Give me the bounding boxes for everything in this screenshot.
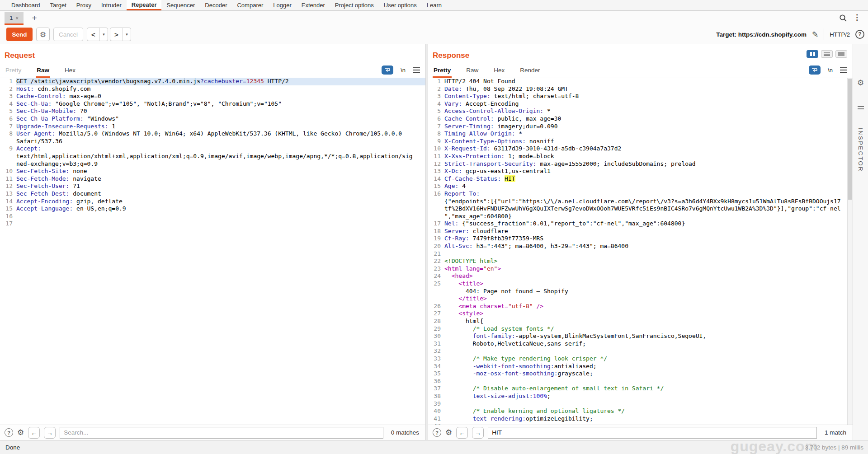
- request-code-line: Safari/537.36: [0, 138, 425, 145]
- tab-raw[interactable]: Raw: [36, 64, 50, 78]
- tab-render[interactable]: Render: [519, 64, 541, 78]
- search-previous-icon[interactable]: ←: [456, 427, 468, 439]
- response-code-line: 40 /* Enable kerning and optional ligatu…: [428, 407, 853, 415]
- toolbar: Send ⚙ Cancel < ▾ > ▾ Target: https://cd…: [0, 25, 868, 44]
- next-request-button[interactable]: > ▾: [110, 28, 131, 41]
- request-code-line: 17: [0, 220, 425, 228]
- search-icon[interactable]: [839, 14, 847, 24]
- menu-item-logger[interactable]: Logger: [268, 0, 296, 10]
- menu-item-comparer[interactable]: Comparer: [232, 0, 268, 10]
- protocol-label: HTTP/2: [830, 31, 850, 38]
- tab-raw[interactable]: Raw: [465, 64, 479, 78]
- add-tab-button[interactable]: +: [29, 13, 40, 23]
- search-help-icon[interactable]: ?: [5, 428, 13, 437]
- edit-target-pencil-icon[interactable]: ✎: [812, 30, 818, 39]
- request-search-input[interactable]: [60, 427, 383, 439]
- inspector-collapse-handle-icon[interactable]: [858, 106, 864, 107]
- response-code-line: 9X-Content-Type-Options: nosniff: [428, 138, 853, 145]
- menu-item-decoder[interactable]: Decoder: [200, 0, 232, 10]
- response-code-line: 28 html{: [428, 318, 853, 325]
- search-next-icon[interactable]: →: [472, 427, 484, 439]
- side-by-side-view-icon[interactable]: [807, 50, 818, 58]
- search-settings-gear-icon[interactable]: ⚙: [445, 429, 452, 436]
- word-wrap-toggle-icon[interactable]: [809, 66, 821, 75]
- help-icon[interactable]: ?: [855, 30, 864, 39]
- request-code-line: 11Sec-Fetch-Mode: navigate: [0, 175, 425, 183]
- response-code-line: 32: [428, 347, 853, 355]
- menu-item-intruder[interactable]: Intruder: [96, 0, 127, 10]
- request-code-line: text/html,application/xhtml+xml,applicat…: [0, 153, 425, 160]
- show-newlines-icon[interactable]: \n: [401, 67, 406, 74]
- request-code-line: 6Sec-Ch-Ua-Platform: "Windows": [0, 115, 425, 123]
- tab-pretty[interactable]: Pretty: [433, 64, 452, 78]
- response-code-line: 34 -webkit-font-smoothing:antialiased;: [428, 363, 853, 370]
- back-chevron-icon[interactable]: <: [87, 28, 99, 41]
- history-dropdown-icon[interactable]: ▾: [99, 28, 108, 41]
- response-code-line: 3Content-Type: text/html; charset=utf-8: [428, 93, 853, 100]
- cancel-button[interactable]: Cancel: [53, 28, 83, 41]
- scrollbar-thumb[interactable]: [848, 79, 852, 200]
- show-newlines-icon[interactable]: \n: [828, 67, 833, 74]
- tab-pretty[interactable]: Pretty: [5, 64, 22, 78]
- response-code-line: 4Vary: Accept-Encoding: [428, 100, 853, 108]
- single-view-icon[interactable]: [835, 50, 847, 58]
- repeater-tab-1[interactable]: 1 ×: [5, 12, 24, 25]
- response-code-line: 12Strict-Transport-Security: max-age=155…: [428, 160, 853, 168]
- menu-item-target[interactable]: Target: [45, 0, 71, 10]
- request-code-line: 10Sec-Fetch-Site: none: [0, 168, 425, 175]
- inspector-sidebar: ⚙ INSPECTOR: [853, 44, 868, 440]
- previous-request-button[interactable]: < ▾: [87, 28, 108, 41]
- inspector-label[interactable]: INSPECTOR: [857, 128, 864, 172]
- request-panel: Request PrettyRawHex \n 1GET /static\jav…: [0, 44, 425, 440]
- request-code-line: 5Sec-Ch-Ua-Mobile: ?0: [0, 108, 425, 115]
- request-search-bar: ? ⚙ ← → 0 matches: [0, 425, 425, 440]
- response-panel: Response PrettyRawHexRender \n 1HT: [428, 44, 853, 440]
- editor-menu-icon[interactable]: [413, 67, 420, 68]
- menu-item-learn[interactable]: Learn: [422, 0, 447, 10]
- status-bar: Done gugeay.com 3,702 bytes | 89 millis: [0, 440, 868, 454]
- menu-item-project-options[interactable]: Project options: [330, 0, 379, 10]
- response-search-bar: ? ⚙ ← → 1 match: [428, 425, 853, 440]
- word-wrap-toggle-icon[interactable]: [382, 66, 393, 75]
- response-code-line: 37 /* Disable auto-enlargement of small …: [428, 385, 853, 393]
- menu-item-extender[interactable]: Extender: [297, 0, 330, 10]
- response-content-tabs: PrettyRawHexRender: [433, 64, 541, 78]
- editor-menu-icon[interactable]: [840, 67, 847, 68]
- response-code-line: 404: Page not found — Shopify: [428, 288, 853, 295]
- history-dropdown-icon[interactable]: ▾: [123, 28, 131, 41]
- menu-item-sequencer[interactable]: Sequencer: [161, 0, 200, 10]
- response-editor[interactable]: 1HTTP/2 404 Not Found2Date: Thu, 08 Sep …: [428, 78, 853, 425]
- forward-chevron-icon[interactable]: >: [110, 28, 123, 41]
- tab-hex[interactable]: Hex: [64, 64, 76, 78]
- menu-item-proxy[interactable]: Proxy: [71, 0, 96, 10]
- request-panel-header: Request PrettyRawHex \n: [0, 44, 425, 78]
- request-code-line: 8User-Agent: Mozilla/5.0 (Windows NT 10.…: [0, 130, 425, 138]
- close-icon[interactable]: ×: [15, 15, 18, 21]
- request-code-line: 1GET /static\javascripts\vendor\bugsnag.…: [0, 78, 425, 85]
- response-panel-header: Response PrettyRawHexRender \n: [428, 44, 853, 78]
- search-next-icon[interactable]: →: [44, 427, 56, 439]
- response-code-line: 38 text-size-adjust:100%;: [428, 393, 853, 400]
- search-previous-icon[interactable]: ←: [28, 427, 40, 439]
- inspector-settings-gear-icon[interactable]: ⚙: [857, 78, 864, 88]
- tab-hex[interactable]: Hex: [493, 64, 505, 78]
- search-help-icon[interactable]: ?: [433, 428, 441, 437]
- request-code-line: 4Sec-Ch-Ua: "Google Chrome";v="105", "No…: [0, 100, 425, 108]
- request-title: Request: [5, 51, 35, 60]
- response-scrollbar[interactable]: [847, 78, 853, 425]
- stacked-view-icon[interactable]: [821, 50, 833, 58]
- request-settings-gear-icon[interactable]: ⚙: [36, 28, 50, 41]
- response-code-line: 17Nel: {"success_fraction":0.01,"report_…: [428, 220, 853, 228]
- layout-view-buttons: [807, 50, 847, 58]
- response-search-input[interactable]: [488, 427, 817, 439]
- menu-item-user-options[interactable]: User options: [379, 0, 422, 10]
- response-title: Response: [433, 51, 469, 60]
- request-editor[interactable]: 1GET /static\javascripts\vendor\bugsnag.…: [0, 78, 425, 425]
- request-code-line: 12Sec-Fetch-User: ?1: [0, 183, 425, 190]
- more-options-icon[interactable]: ⋮: [853, 13, 861, 22]
- menu-item-dashboard[interactable]: Dashboard: [6, 0, 45, 10]
- response-code-line: 6Cache-Control: public, max-age=30: [428, 115, 853, 123]
- send-button[interactable]: Send: [6, 28, 33, 41]
- menu-item-repeater[interactable]: Repeater: [127, 0, 162, 10]
- search-settings-gear-icon[interactable]: ⚙: [17, 429, 24, 436]
